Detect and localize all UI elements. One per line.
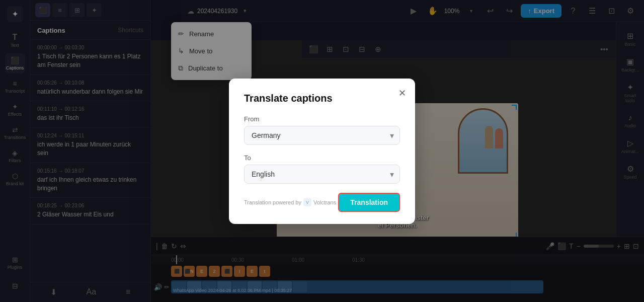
- from-label: From: [244, 115, 400, 123]
- from-select-wrapper: Germany English French Spanish ▾: [244, 126, 400, 145]
- translation-button[interactable]: Translation: [338, 193, 400, 212]
- modal-close-button[interactable]: ✕: [398, 88, 406, 99]
- powered-by-label: Translation powered by: [244, 199, 301, 205]
- powered-by-text: Translation powered by V Volctrans: [244, 198, 336, 206]
- to-label: To: [244, 154, 400, 162]
- to-select-wrapper: English German French Spanish ▾: [244, 165, 400, 184]
- modal-overlay[interactable]: ✕ Translate captions From Germany Englis…: [0, 0, 644, 302]
- translation-button-label: Translation: [350, 198, 388, 206]
- volctrans-icon: V: [303, 198, 311, 206]
- to-select[interactable]: English German French Spanish: [244, 165, 400, 184]
- modal-title: Translate captions: [244, 93, 400, 104]
- provider-label: Volctrans: [313, 199, 336, 205]
- from-select[interactable]: Germany English French Spanish: [244, 126, 400, 145]
- translate-modal: ✕ Translate captions From Germany Englis…: [229, 79, 415, 224]
- modal-footer: Translation powered by V Volctrans Trans…: [244, 193, 400, 212]
